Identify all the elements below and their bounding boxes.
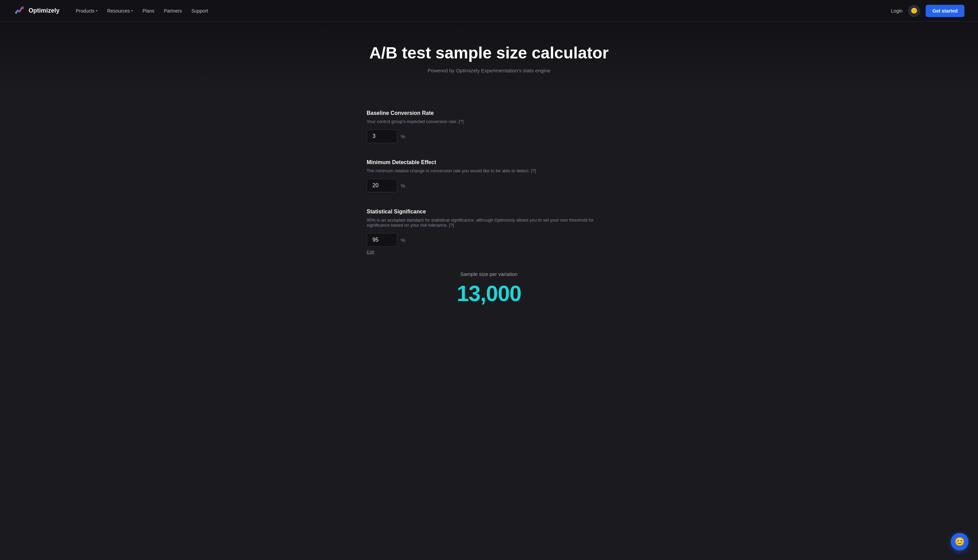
nav-links: Products ▾ Resources ▾ Plans Partners Su… [72, 5, 212, 16]
nav-link-resources[interactable]: Resources ▾ [103, 5, 137, 16]
baseline-description: Your control group's expected conversion… [367, 119, 611, 124]
mde-label: Minimum Detectable Effect [367, 159, 611, 165]
mde-unit: % [401, 183, 405, 188]
baseline-unit: % [401, 133, 405, 139]
baseline-input-row: % [367, 130, 611, 143]
significance-label: Statistical Significance [367, 208, 611, 215]
baseline-help-link[interactable]: [?] [459, 119, 463, 124]
mde-help-link[interactable]: [?] [531, 168, 536, 173]
significance-field-group: Statistical Significance 95% is an accep… [367, 208, 611, 255]
significance-input[interactable] [367, 233, 397, 247]
result-value: 13,000 [367, 281, 611, 306]
baseline-input[interactable] [367, 130, 397, 143]
mde-input-row: % [367, 179, 611, 192]
login-link[interactable]: Login [891, 8, 903, 13]
logo-text: Optimizely [28, 7, 60, 14]
main-content: Baseline Conversion Rate Your control gr… [353, 90, 625, 333]
baseline-field-group: Baseline Conversion Rate Your control gr… [367, 110, 611, 143]
nav-link-support[interactable]: Support [187, 5, 212, 16]
baseline-label: Baseline Conversion Rate [367, 110, 611, 116]
logo[interactable]: Optimizely [13, 5, 60, 17]
mde-field-group: Minimum Detectable Effect The minimum re… [367, 159, 611, 192]
get-started-button[interactable]: Get started [926, 5, 965, 17]
chevron-down-icon: ▾ [96, 9, 98, 13]
mde-description: The minimum relative change in conversio… [367, 168, 611, 173]
nav-link-partners[interactable]: Partners [160, 5, 186, 16]
significance-description: 95% is an accepted standard for statisti… [367, 217, 611, 228]
nav-icon-button[interactable]: 🙂 [908, 5, 920, 17]
significance-help-link[interactable]: [?] [449, 223, 454, 228]
result-section: Sample size per variation 13,000 [367, 271, 611, 306]
page-title: A/B test sample size calculator [7, 43, 971, 62]
smiley-icon: 🙂 [911, 7, 918, 14]
nav-link-products[interactable]: Products ▾ [72, 5, 102, 16]
nav-right: Login 🙂 Get started [891, 5, 965, 17]
significance-unit: % [401, 237, 405, 243]
hero-section: A/B test sample size calculator Powered … [0, 22, 978, 90]
nav-left: Optimizely Products ▾ Resources ▾ Plans … [13, 5, 212, 17]
chat-bubble-button[interactable]: 😊 [951, 533, 968, 550]
nav-link-plans[interactable]: Plans [138, 5, 158, 16]
navbar: Optimizely Products ▾ Resources ▾ Plans … [0, 0, 978, 22]
mde-input[interactable] [367, 179, 397, 192]
chat-icon: 😊 [955, 537, 965, 547]
significance-input-row: % [367, 233, 611, 247]
hero-subtitle: Powered by Optimizely Experimentation's … [7, 68, 971, 73]
chevron-down-icon: ▾ [131, 9, 133, 13]
result-label: Sample size per variation [367, 271, 611, 277]
significance-edit-link[interactable]: Edit [367, 249, 374, 255]
logo-icon [13, 5, 26, 17]
svg-point-1 [15, 12, 17, 13]
